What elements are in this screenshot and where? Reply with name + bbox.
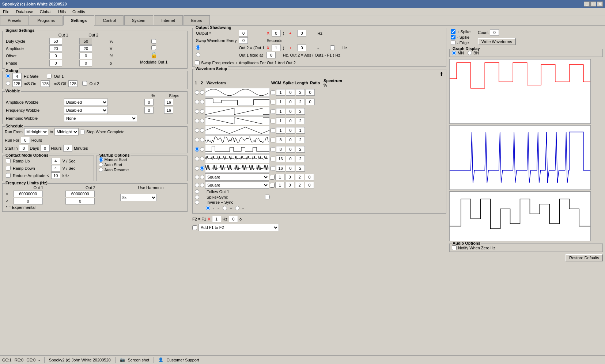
wf-select2-r2[interactable] [200, 183, 204, 187]
window-controls[interactable]: _ □ ✕ [584, 1, 603, 7]
gating-val1[interactable] [12, 73, 22, 80]
wf-select1-length[interactable] [285, 174, 294, 180]
menu-utils[interactable]: Utils [57, 9, 67, 14]
wf-r1-7[interactable] [195, 157, 199, 161]
tab-programs[interactable]: Programs [30, 15, 63, 25]
wf-spike-7[interactable] [276, 156, 285, 162]
start-in-val[interactable] [19, 145, 28, 152]
wf-ratio-2[interactable] [296, 108, 305, 115]
count-val[interactable] [490, 29, 499, 36]
wf-wcm-6[interactable] [271, 147, 275, 152]
modulate-checkbox2[interactable] [151, 45, 156, 50]
ramp-down-check[interactable] [6, 166, 11, 170]
stop-when-complete-check[interactable] [80, 130, 85, 134]
wf-spike-2[interactable] [276, 108, 285, 115]
wf-select2-ratio[interactable] [295, 182, 304, 188]
duty-cycle-out2[interactable] [79, 38, 92, 45]
amplitude-wobble-pct[interactable] [144, 99, 154, 106]
reduce-check[interactable] [6, 173, 11, 178]
wf-spike-8[interactable] [276, 165, 285, 172]
notify-zero-hz-check[interactable] [452, 245, 457, 250]
wf-length-3[interactable] [286, 118, 295, 124]
wf-ratio-0[interactable] [296, 89, 305, 96]
manual-start-radio[interactable] [99, 157, 103, 162]
menu-credits[interactable]: Credits [71, 9, 87, 14]
wf-select2-r1[interactable] [195, 183, 199, 187]
ramp-up-val[interactable] [51, 158, 60, 164]
out2-val1[interactable] [272, 45, 281, 51]
minus-edge-check[interactable] [451, 40, 455, 45]
plus-spike-check[interactable] [451, 29, 455, 34]
wf-ratio-5[interactable] [296, 137, 305, 143]
ramp-down-val[interactable] [51, 165, 60, 172]
amplitude-out1[interactable] [49, 45, 62, 52]
close-button[interactable]: ✕ [597, 1, 603, 7]
phase-out1[interactable] [49, 60, 62, 66]
wf-select2-dropdown[interactable]: Square [205, 181, 269, 189]
wf-ratio-8[interactable] [296, 165, 305, 172]
output-val1[interactable] [239, 30, 248, 37]
follow-out1-r1[interactable] [195, 189, 199, 194]
gating-radio2[interactable] [6, 81, 10, 85]
graph-mn-radio[interactable] [452, 51, 456, 55]
wf-r2-4[interactable] [200, 128, 204, 133]
menu-global[interactable]: Global [38, 9, 53, 14]
add-f1-check[interactable] [192, 225, 197, 230]
out2-val2[interactable] [297, 45, 306, 51]
wf-select1-r2[interactable] [200, 175, 204, 179]
swap-val[interactable] [239, 37, 248, 44]
auto-start-radio[interactable] [99, 162, 103, 167]
gating-out1-check[interactable] [47, 74, 52, 78]
wf-select2-spectrum[interactable] [305, 182, 314, 188]
wf-wcm-8[interactable] [271, 166, 275, 171]
reduce-val[interactable] [51, 172, 60, 179]
out1-fixed-val[interactable] [266, 52, 276, 58]
wf-length-6[interactable] [286, 146, 295, 153]
frequency-wobble-pct[interactable] [144, 107, 154, 114]
freq-gt-out1[interactable] [14, 191, 43, 197]
wf-select2-wcm[interactable] [270, 183, 275, 188]
modulate-checkbox[interactable] [151, 39, 156, 44]
tab-settings[interactable]: Settings [63, 15, 94, 26]
wf-ratio-1[interactable] [296, 99, 305, 105]
wf-r1-2[interactable] [195, 109, 199, 114]
output-val3[interactable] [297, 30, 306, 37]
wf-wcm-4[interactable] [271, 128, 275, 133]
wf-r2-8[interactable] [200, 166, 204, 170]
frequency-wobble-steps[interactable] [164, 107, 173, 114]
wf-r2-3[interactable] [200, 119, 204, 123]
gating-ms-off-val[interactable] [68, 80, 77, 87]
wf-wcm-0[interactable] [271, 90, 275, 95]
gating-val2[interactable] [12, 80, 22, 87]
spike-sync-check[interactable] [265, 195, 270, 199]
out2-mode-radio1[interactable] [196, 45, 200, 50]
wf-spike-3[interactable] [276, 118, 285, 124]
wf-r1-3[interactable] [195, 119, 199, 123]
frequency-wobble-select[interactable]: Disabled [64, 107, 108, 114]
wf-r1-8[interactable] [195, 166, 199, 170]
wf-select2-length[interactable] [285, 182, 294, 188]
write-waveforms-btn[interactable]: Write Waveforms [478, 38, 516, 45]
wf-ratio-7[interactable] [296, 156, 305, 162]
wf-wcm-3[interactable] [271, 119, 275, 123]
wf-spike-4[interactable] [276, 127, 285, 134]
wf-spectrum-0[interactable] [306, 89, 315, 96]
tab-errors[interactable]: Errors [184, 15, 210, 25]
wf-length-0[interactable] [286, 89, 295, 96]
tab-system[interactable]: System [124, 15, 153, 25]
wf-length-2[interactable] [286, 108, 295, 115]
gating-out2-check[interactable] [82, 81, 87, 86]
output-val2[interactable] [272, 30, 281, 37]
wf-wcm-2[interactable] [271, 109, 275, 114]
wf-r1-1[interactable] [195, 100, 199, 104]
wf-r1-0[interactable] [195, 90, 199, 95]
wf-spike-5[interactable] [276, 137, 285, 143]
f2-val[interactable] [212, 216, 221, 222]
harmonic-select[interactable]: 8x [120, 194, 157, 201]
wf-select2-spike[interactable] [275, 182, 284, 188]
freq-gt-out2[interactable] [65, 191, 95, 197]
wf-select1-spike[interactable] [275, 174, 284, 180]
wf-r2-1[interactable] [200, 100, 204, 104]
offset-out2[interactable] [79, 53, 92, 59]
harmonic-wobble-select[interactable]: None [64, 115, 137, 122]
